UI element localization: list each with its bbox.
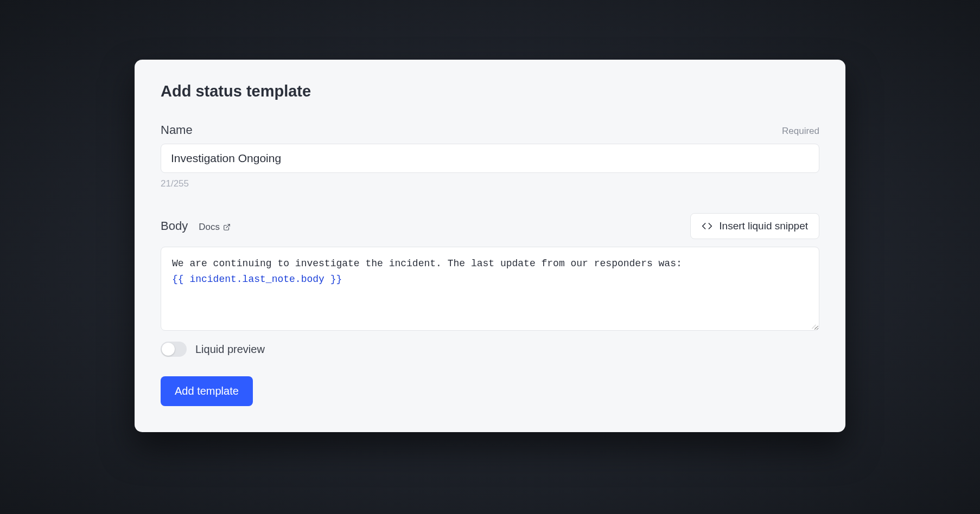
resize-handle-icon[interactable] — [810, 322, 817, 328]
snippet-button-label: Insert liquid snippet — [719, 220, 808, 232]
name-label: Name — [161, 123, 193, 137]
liquid-preview-row: Liquid preview — [161, 342, 819, 357]
body-header-row: Body Docs Insert liquid snippet — [161, 213, 819, 239]
add-status-template-panel: Add status template Name Required 21/255… — [135, 60, 845, 432]
name-input[interactable] — [161, 144, 819, 173]
insert-liquid-snippet-button[interactable]: Insert liquid snippet — [690, 213, 819, 239]
liquid-preview-label: Liquid preview — [195, 343, 265, 356]
code-icon — [702, 221, 712, 232]
toggle-knob — [162, 343, 175, 356]
name-label-row: Name Required — [161, 123, 819, 137]
name-field-group: Name Required 21/255 — [161, 123, 819, 189]
docs-link-label: Docs — [199, 222, 220, 233]
svg-line-0 — [226, 224, 230, 228]
body-text-plain: We are continuing to investigate the inc… — [172, 258, 682, 269]
body-label-left: Body Docs — [161, 219, 231, 233]
liquid-preview-toggle[interactable] — [161, 342, 187, 357]
add-template-button[interactable]: Add template — [161, 376, 253, 406]
body-field-group: Body Docs Insert liquid snippet — [161, 213, 819, 357]
add-template-button-label: Add template — [175, 385, 239, 397]
name-required-label: Required — [782, 126, 819, 137]
panel-title: Add status template — [161, 82, 819, 100]
docs-link[interactable]: Docs — [199, 222, 231, 233]
body-label: Body — [161, 219, 188, 233]
external-link-icon — [223, 223, 231, 231]
name-char-counter: 21/255 — [161, 178, 819, 189]
body-text-liquid: {{ incident.last_note.body }} — [172, 274, 342, 285]
body-textarea[interactable]: We are continuing to investigate the inc… — [161, 247, 819, 331]
